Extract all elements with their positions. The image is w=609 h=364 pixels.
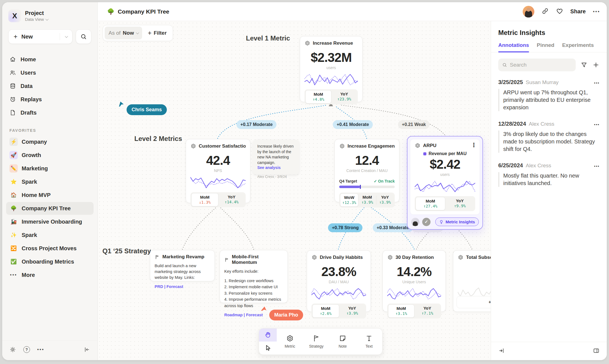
card-menu-button[interactable]: ••• — [472, 143, 476, 148]
sidebar-item-more[interactable]: •••More — [6, 269, 94, 281]
copy-link-button[interactable] — [542, 7, 549, 16]
annotation-menu-button[interactable]: ••• — [594, 81, 600, 85]
sidebar-item-replays[interactable]: Replays — [6, 93, 94, 105]
metric-card-increase-engagement[interactable]: Increase Engagement 12.4 Content Creatio… — [334, 139, 399, 202]
stat-chip-mom[interactable]: MoM↑27.4% — [416, 197, 445, 210]
stat-chip-yoy[interactable]: YoY↑3.9% — [376, 193, 394, 207]
favorite-button[interactable] — [556, 7, 563, 16]
annotation-menu-button[interactable]: ••• — [594, 122, 600, 127]
sidebar-item-users[interactable]: Users — [6, 67, 94, 79]
annotation-item[interactable]: 3/25/2025 Susan Murray ••• ARPU went up … — [498, 79, 600, 111]
share-button[interactable]: Share — [570, 8, 586, 15]
sidebar-item-data[interactable]: Data — [6, 80, 94, 92]
sidebar-item-home[interactable]: Home — [6, 53, 94, 65]
filter-button[interactable]: + Filter — [143, 29, 171, 37]
new-dropdown-caret[interactable] — [60, 36, 72, 38]
help-button[interactable]: ? — [23, 346, 30, 353]
collapse-panel-button[interactable] — [498, 347, 505, 355]
stat-chip-yoy[interactable]: YoY↑14.4% — [218, 193, 245, 206]
stat-chip-yoy[interactable]: YoY↑7.1% — [414, 304, 440, 318]
sidebar-more-button[interactable]: ••• — [37, 347, 44, 352]
sidebar-item-spark-2[interactable]: ✨Spark — [6, 229, 94, 241]
metric-card-customer-satisfaction[interactable]: Customer Satisfaction 42.4 NPS MoM↓1.3% … — [186, 139, 250, 203]
sidebar-item-cross-project-moves[interactable]: 🔀Cross Project Moves — [6, 242, 94, 255]
sidebar-item-home-mvp[interactable]: 🏠Home MVP — [6, 189, 94, 201]
card-links[interactable]: PRD | Forecast — [155, 284, 210, 289]
project-switcher[interactable]: X Project Data View — [2, 2, 97, 25]
tab-experiments[interactable]: Experiments — [562, 42, 594, 52]
asof-dropdown[interactable]: As of Now — [105, 27, 142, 39]
metric-hexagon-icon — [286, 335, 294, 342]
collapse-sidebar-button[interactable] — [84, 346, 90, 353]
strategy-card-marketing-revamp[interactable]: Marketing Revamp Build and launch a new … — [150, 250, 215, 281]
search-icon — [80, 33, 87, 40]
sidebar-item-spark[interactable]: ⭐Spark — [6, 175, 94, 188]
annotation-item[interactable]: 12/28/2024 Alex Cress ••• 3% drop likely… — [498, 121, 600, 153]
connect-data-button[interactable]: + Connect — [457, 296, 491, 308]
stat-chip-mom[interactable]: MoM↑3.9% — [358, 193, 376, 207]
metric-value: 23.8% — [311, 264, 366, 279]
sidebar-item-company-kpi-tree[interactable]: 🌳Company KPI Tree — [6, 202, 94, 215]
tool-note[interactable]: Note — [329, 328, 356, 355]
metric-unit: Unique Users — [387, 280, 441, 284]
stat-chip-yoy[interactable]: YoY↑3.9% — [339, 304, 366, 318]
sidebar-item-growth[interactable]: 🚀Growth — [6, 149, 94, 161]
annotation-menu-button[interactable]: ••• — [594, 164, 600, 168]
metric-hexagon-icon — [339, 143, 345, 149]
add-annotation-icon[interactable] — [592, 61, 600, 69]
analysis-note[interactable]: Increase likely driven by the launch of … — [253, 140, 299, 175]
annotation-item[interactable]: 6/25/2024 Alex Cress ••• Mostly flat thi… — [498, 162, 600, 187]
sidebar-search-button[interactable] — [76, 29, 91, 44]
search-input[interactable] — [510, 62, 572, 68]
stat-chip-yoy[interactable]: YoY↑23.9% — [331, 90, 357, 103]
tab-pinned[interactable]: Pinned — [537, 42, 554, 52]
train-icon: 🚂 — [9, 218, 18, 226]
select-tool-button[interactable] — [259, 342, 277, 355]
asof-filter-bar: As of Now + Filter — [103, 25, 173, 41]
stat-chip-mom[interactable]: MoM↑4.8% — [305, 90, 331, 103]
metric-insights-button[interactable]: Metric Insights — [435, 218, 479, 226]
stat-chip-mom[interactable]: MoM↓1.3% — [191, 193, 218, 206]
stat-chip-mom[interactable]: MoM↑3.1% — [388, 304, 414, 318]
link-icon — [542, 7, 549, 15]
target-label: Q4 Target — [339, 179, 357, 183]
tool-text[interactable]: Text — [356, 328, 382, 355]
sidebar-item-marketing[interactable]: ✏️Marketing — [6, 162, 94, 175]
layout-toggle-button[interactable] — [593, 347, 600, 355]
quote-bar — [498, 130, 499, 153]
strategy-card-mobile-first-momentum[interactable]: Mobile-First Momentum Key efforts includ… — [220, 250, 288, 303]
ellipsis-icon: ••• — [9, 271, 18, 279]
metric-card-arpu-selected[interactable]: ••• ARPU Revenue per MAU $2.42 users MoM… — [407, 136, 483, 230]
hand-tool-button[interactable] — [259, 328, 277, 342]
sidebar-item-company[interactable]: ⚡Company — [6, 135, 94, 148]
settings-button[interactable] — [9, 346, 16, 353]
tab-annotations[interactable]: Annotations — [498, 42, 529, 52]
metric-card-increase-revenue[interactable]: Increase Revenue $2.32M users MoM↑4.8% Y… — [300, 36, 363, 102]
new-button[interactable]: + New — [8, 29, 72, 44]
new-button-label: New — [21, 34, 33, 40]
project-view-selector[interactable]: Data View — [25, 17, 48, 22]
user-avatar[interactable] — [523, 6, 534, 17]
stat-chip-wow[interactable]: WoW↑12.3% — [340, 193, 358, 207]
sidebar-item-drafts[interactable]: Drafts — [6, 107, 94, 119]
sidebar-item-onboarding-metrics[interactable]: ✅Onboarding Metrics — [6, 255, 94, 268]
filter-funnel-icon[interactable] — [581, 62, 587, 68]
card-links[interactable]: Roadmap | Forecast — [224, 313, 283, 317]
series-legend: Revenue per MAU — [415, 151, 475, 156]
sidebar-item-immersive-onboarding[interactable]: 🚂Immersive Onboarding — [6, 215, 94, 228]
topbar-more-button[interactable]: ••• — [593, 9, 600, 14]
see-analysis-link[interactable]: See analysis — [257, 165, 295, 170]
metric-card-total-subscriptions[interactable]: Total Subscriptions + Connect — [453, 250, 491, 312]
tool-metric[interactable]: Metric — [277, 328, 303, 355]
quote-bar — [498, 172, 499, 187]
metric-card-30-day-retention[interactable]: 30 Day Retention 14.2% Unique Users MoM↑… — [382, 250, 446, 312]
annotations-search[interactable] — [498, 59, 576, 71]
metric-value: 42.4 — [190, 153, 246, 168]
stat-chip-yoy[interactable]: YoY↑9.9% — [445, 197, 474, 210]
kpi-tree-canvas[interactable]: As of Now + Filter Level 1 Metric Level … — [98, 21, 491, 360]
edge-label: +0.21 Weak — [398, 120, 430, 129]
stat-chip-mom[interactable]: MoM↑2.6% — [312, 304, 339, 318]
tool-strategy[interactable]: Strategy — [303, 328, 329, 355]
edge-label: +0.78 Strong — [328, 223, 363, 232]
metric-card-drive-daily-habbits[interactable]: Drive Daily Habbits 23.8% DAU / MAU MoM↑… — [307, 250, 371, 312]
